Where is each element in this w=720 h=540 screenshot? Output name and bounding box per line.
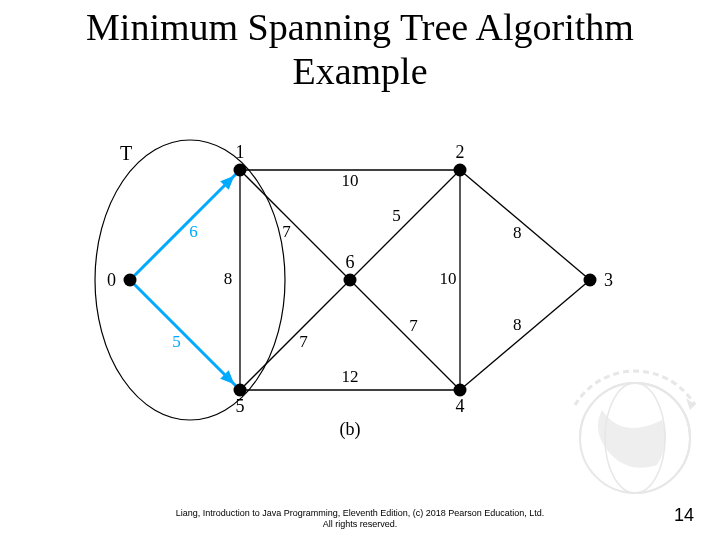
node-n1 <box>234 164 247 177</box>
edge-n2-n3 <box>460 170 590 280</box>
node-n2 <box>454 164 467 177</box>
edge-n0-n5 <box>130 280 240 390</box>
page-number: 14 <box>674 505 694 526</box>
graph-svg: T6510785108871270123456(b) <box>90 130 630 440</box>
node-label-n3: 3 <box>604 270 613 290</box>
edge-weight-n0-n5: 5 <box>172 332 181 351</box>
figure-caption: (b) <box>340 419 361 440</box>
title-line-2: Example <box>292 50 427 92</box>
edge-weight-n1-n5: 8 <box>224 269 233 288</box>
edge-weight-n2-n6: 5 <box>392 206 401 225</box>
title-line-1: Minimum Spanning Tree Algorithm <box>86 6 634 48</box>
edge-weight-n3-n4: 8 <box>513 315 522 334</box>
globe-decoration <box>560 350 710 500</box>
tree-set-label: T <box>120 142 132 164</box>
edge-n1-n6 <box>240 170 350 280</box>
edge-n2-n6 <box>350 170 460 280</box>
node-n4 <box>454 384 467 397</box>
edge-weight-n1-n6: 7 <box>282 222 291 241</box>
edge-weight-n4-n6: 7 <box>409 316 418 335</box>
svg-marker-1 <box>686 398 695 410</box>
edge-weight-n1-n2: 10 <box>342 171 359 190</box>
node-label-n0: 0 <box>107 270 116 290</box>
edge-weight-n0-n1: 6 <box>189 222 198 241</box>
edge-weight-n4-n5: 12 <box>342 367 359 386</box>
footer-line-2: All rights reserved. <box>323 519 398 529</box>
page-title: Minimum Spanning Tree Algorithm Example <box>0 6 720 93</box>
edge-weight-n2-n3: 8 <box>513 223 522 242</box>
footer: Liang, Introduction to Java Programming,… <box>0 508 720 530</box>
node-label-n6: 6 <box>346 252 355 272</box>
edge-n4-n6 <box>350 280 460 390</box>
graph-figure: T6510785108871270123456(b) <box>90 130 630 440</box>
edge-weight-n2-n4: 10 <box>440 269 457 288</box>
edge-n0-n1 <box>130 170 240 280</box>
edge-n5-n6 <box>240 280 350 390</box>
node-label-n5: 5 <box>236 396 245 416</box>
node-n6 <box>344 274 357 287</box>
footer-line-1: Liang, Introduction to Java Programming,… <box>176 508 545 518</box>
node-n0 <box>124 274 137 287</box>
node-label-n4: 4 <box>456 396 465 416</box>
node-label-n1: 1 <box>236 142 245 162</box>
edge-weight-n5-n6: 7 <box>299 332 308 351</box>
node-label-n2: 2 <box>456 142 465 162</box>
node-n5 <box>234 384 247 397</box>
node-n3 <box>584 274 597 287</box>
